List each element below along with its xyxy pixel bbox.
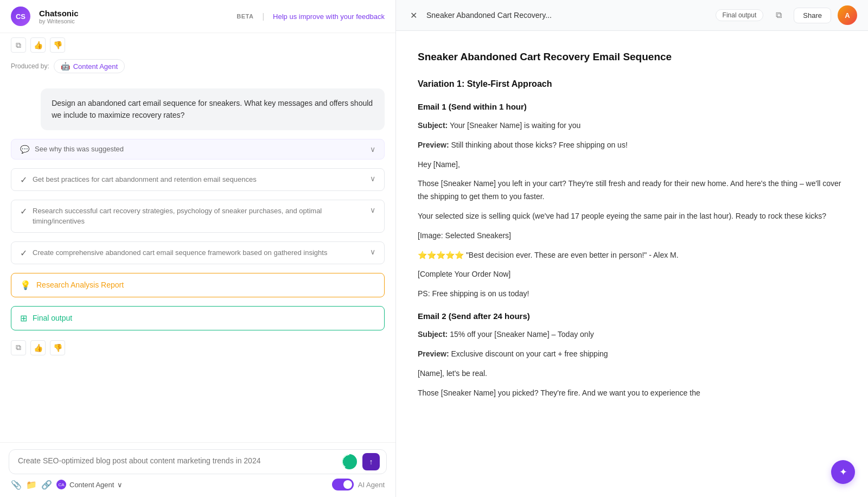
beta-badge: BETA: [237, 13, 253, 20]
check-icon-2: ✓: [20, 206, 27, 216]
email1-cta: [Complete Your Order Now]: [418, 268, 846, 281]
email1-ps: PS: Free shipping is on us today!: [418, 288, 846, 301]
email1-quote: ⭐⭐⭐⭐⭐ "Best decision ever. These are eve…: [418, 249, 846, 262]
grid-icon: ⊞: [20, 313, 27, 323]
toolbar-left: 📎 📁 🔗 CA Content Agent ∨: [11, 480, 123, 490]
research-report-btn[interactable]: 💡 Research Analysis Report: [11, 273, 385, 297]
produced-by-row: Produced by: 🤖 Content Agent: [0, 57, 395, 80]
agent-selector[interactable]: CA Content Agent ∨: [56, 480, 123, 489]
left-panel: CS Chatsonic by Writesonic BETA | Help u…: [0, 0, 396, 497]
task-item-1[interactable]: ✓ Get best practices for cart abandonmen…: [11, 168, 385, 191]
email1-greeting: Hey [Name],: [418, 158, 846, 171]
produced-label: Produced by:: [11, 62, 49, 70]
thumbs-down-btn[interactable]: 👎: [50, 37, 65, 53]
final-output-btn[interactable]: ⊞ Final output: [11, 306, 385, 330]
top-bar: CS Chatsonic by Writesonic BETA | Help u…: [0, 0, 395, 33]
suggestion-bubble-icon: 💬: [20, 145, 29, 154]
brand-name: Chatsonic: [39, 9, 228, 18]
agent-selector-label: Content Agent: [69, 481, 114, 489]
agent-toggle: AI Agent: [332, 479, 385, 490]
user-avatar: A: [838, 5, 857, 25]
divider: |: [262, 12, 264, 21]
check-icon-1: ✓: [20, 175, 27, 185]
action-row2: ⧉ 👍 👎: [11, 339, 385, 356]
email1-heading: Email 1 (Send within 1 hour): [418, 100, 846, 114]
brand-sub: by Writesonic: [39, 18, 228, 24]
chevron-task-1: ∨: [370, 174, 375, 183]
link-icon[interactable]: 🔗: [41, 480, 52, 490]
content-main-title: Sneaker Abandoned Cart Recovery Email Se…: [418, 48, 846, 66]
fab-btn[interactable]: ✦: [831, 460, 855, 484]
folder-icon[interactable]: 📁: [26, 480, 37, 490]
thumbs-up-output-btn[interactable]: 👍: [30, 340, 46, 355]
preview-label: Preview:: [418, 141, 449, 149]
doc-title: Sneaker Abandoned Cart Recovery...: [426, 11, 709, 20]
agent-icon: 🤖: [61, 62, 70, 71]
user-message: Design an abandoned cart email sequence …: [41, 88, 385, 130]
task-text-1: Get best practices for cart abandonment …: [33, 174, 257, 185]
email2-preview-line: Preview: Exclusive discount on your cart…: [418, 348, 846, 361]
input-box: ↑: [9, 449, 387, 474]
email1-preview-line: Preview: Still thinking about those kick…: [418, 139, 846, 152]
agent-name: Content Agent: [73, 62, 118, 71]
output-label: Final output: [33, 314, 72, 322]
bottom-toolbar: 📎 📁 🔗 CA Content Agent ∨ AI Agent: [9, 474, 387, 490]
close-panel-btn[interactable]: ✕: [407, 9, 420, 22]
email2-subject-text: 15% off your [Sneaker Name] – Today only: [450, 330, 594, 339]
email2-preview-text: Exclusive discount on your cart + free s…: [451, 349, 608, 358]
toggle-label: AI Agent: [358, 481, 385, 489]
suggestion-text: See why this was suggested: [35, 145, 124, 153]
task-text-2: Research successful cart recovery strate…: [33, 206, 370, 227]
chat-area: Design an abandoned cart email sequence …: [0, 80, 395, 442]
subject-label: Subject:: [418, 121, 448, 130]
attachment-icon[interactable]: 📎: [11, 480, 22, 490]
task-item-2[interactable]: ✓ Research successful cart recovery stra…: [11, 200, 385, 233]
email2-subject-label: Subject:: [418, 330, 448, 339]
chevron-down-icon: ∨: [370, 145, 375, 154]
email1-body2: Your selected size is selling quick (we'…: [418, 210, 846, 223]
email1-preview-text: Still thinking about those kicks? Free s…: [451, 141, 627, 149]
email1-subject-text: Your [Sneaker Name] is waiting for you: [450, 121, 581, 130]
agent-avatar: CA: [56, 480, 66, 489]
email2-preview-label: Preview:: [418, 349, 449, 358]
feedback-link[interactable]: Help us improve with your feedback: [273, 12, 385, 21]
share-btn[interactable]: Share: [794, 8, 831, 23]
ai-agent-toggle[interactable]: [332, 479, 354, 490]
email1-image-placeholder: [Image: Selected Sneakers]: [418, 230, 846, 243]
send-btn[interactable]: ↑: [362, 453, 380, 470]
thumbs-down-output-btn[interactable]: 👎: [50, 340, 65, 355]
suggestion-row[interactable]: 💬 See why this was suggested ∨: [11, 139, 385, 160]
email2-subject-line: Subject: 15% off your [Sneaker Name] – T…: [418, 328, 846, 341]
produced-agent-btn[interactable]: 🤖 Content Agent: [54, 59, 125, 73]
final-output-tag: Final output: [716, 9, 764, 21]
copy-output-btn[interactable]: ⧉: [11, 340, 26, 355]
loading-spinner: [342, 454, 357, 469]
agent-chevron-icon: ∨: [117, 481, 123, 489]
chat-input[interactable]: [18, 456, 378, 465]
bulb-icon: 💡: [20, 280, 31, 290]
email1-body1: Those [Sneaker Name] you left in your ca…: [418, 177, 846, 203]
logo: CS: [11, 7, 30, 26]
copy-message-btn[interactable]: ⧉: [11, 37, 26, 53]
message-actions: ⧉ 👍 👎: [0, 33, 395, 57]
email2-greeting: [Name], let's be real.: [418, 367, 846, 380]
check-icon-3: ✓: [20, 248, 27, 258]
right-top-bar: ✕ Sneaker Abandoned Cart Recovery... Fin…: [396, 0, 868, 31]
thumbs-up-btn[interactable]: 👍: [30, 37, 46, 53]
right-content: Sneaker Abandoned Cart Recovery Email Se…: [396, 31, 868, 497]
task-text-3: Create comprehensive abandoned cart emai…: [33, 247, 327, 258]
right-panel: ✕ Sneaker Abandoned Cart Recovery... Fin…: [396, 0, 868, 497]
email2-body1: Those [Sneaker Name] you picked? They're…: [418, 387, 846, 400]
task-item-3[interactable]: ✓ Create comprehensive abandoned cart em…: [11, 241, 385, 264]
email1-subject-line: Subject: Your [Sneaker Name] is waiting …: [418, 119, 846, 132]
email2-heading: Email 2 (Send after 24 hours): [418, 309, 846, 323]
chevron-task-2: ∨: [370, 206, 375, 214]
brand-info: Chatsonic by Writesonic: [39, 9, 228, 24]
copy-doc-btn[interactable]: ⧉: [770, 7, 787, 24]
bottom-area: ↑ 📎 📁 🔗 CA Content Agent ∨ AI Agent: [0, 442, 395, 497]
chevron-task-3: ∨: [370, 247, 375, 256]
variation1-heading: Variation 1: Style-First Approach: [418, 77, 846, 91]
report-label: Research Analysis Report: [36, 281, 124, 289]
